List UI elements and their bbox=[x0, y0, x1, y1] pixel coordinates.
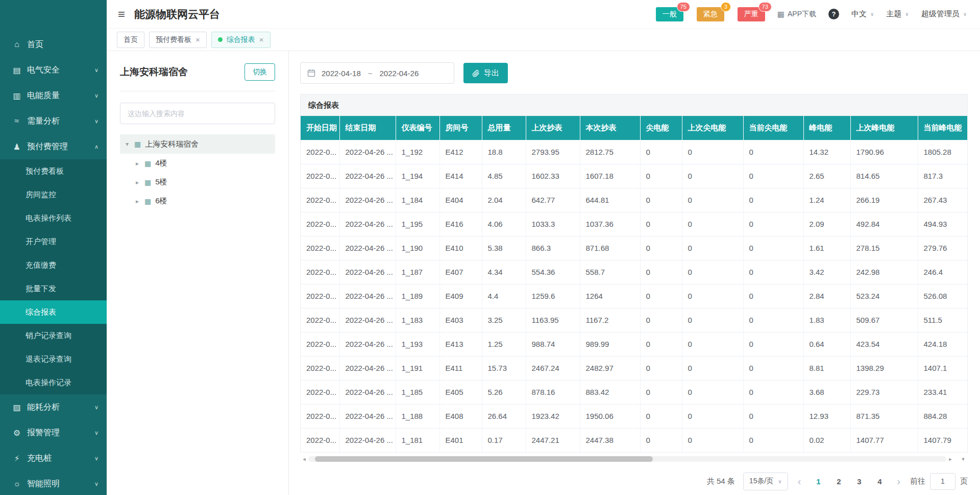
sidebar-item-power-quality[interactable]: ▥电能质量∨ bbox=[0, 83, 107, 108]
chevron-down-icon: ∨ bbox=[94, 404, 99, 411]
sidebar-subitem[interactable]: 开户管理 bbox=[0, 230, 107, 253]
report-section: 综合报表 开始日期结束日期仪表编号房间号总用量上次抄表本次抄表尖电能上次尖电能当… bbox=[300, 94, 968, 463]
scroll-down-icon[interactable]: ▼ bbox=[959, 457, 968, 462]
page-size-select[interactable]: 15条/页 ∨ bbox=[743, 473, 788, 490]
tree-root-node[interactable]: ▾ ▦ 上海安科瑞宿舍 bbox=[120, 134, 275, 154]
menu-toggle-icon[interactable]: ≡ bbox=[118, 8, 125, 20]
tab-prepaid-dashboard[interactable]: 预付费看板× bbox=[149, 32, 207, 48]
cell: 1_189 bbox=[396, 284, 439, 308]
cell: 5.38 bbox=[482, 236, 526, 260]
tree-node[interactable]: ▸▦5楼 bbox=[120, 173, 275, 192]
tree-search-input[interactable] bbox=[120, 103, 275, 124]
cell: 229.73 bbox=[850, 380, 918, 404]
help-icon[interactable]: ? bbox=[828, 9, 839, 19]
scroll-left-icon[interactable]: ◄ bbox=[300, 457, 308, 462]
cell: 2022-04-26 ... bbox=[339, 380, 396, 404]
theme-label: 主题 bbox=[886, 9, 901, 19]
sidebar-item-prepaid[interactable]: ♟预付费管理∧ bbox=[0, 134, 107, 159]
prepaid-icon: ♟ bbox=[10, 142, 23, 152]
page-1[interactable]: 1 bbox=[811, 477, 826, 486]
date-start[interactable]: 2022-04-18 bbox=[322, 69, 361, 78]
cell: 2.84 bbox=[803, 284, 850, 308]
building-icon: ▦ bbox=[144, 178, 151, 186]
cell: 12.93 bbox=[803, 404, 850, 428]
page-3[interactable]: 3 bbox=[851, 477, 867, 486]
table-row: 2022-0...2022-04-26 ...1_183E4033.251163… bbox=[301, 308, 967, 332]
sidebar-subitem[interactable]: 预付费看板 bbox=[0, 159, 107, 183]
cell: 26.64 bbox=[482, 404, 526, 428]
tab-comprehensive-report[interactable]: 综合报表× bbox=[211, 32, 271, 48]
export-button[interactable]: 导出 bbox=[463, 63, 508, 83]
energy-analysis-icon: ▨ bbox=[10, 403, 23, 412]
prev-page-button[interactable]: ‹ bbox=[796, 476, 803, 486]
sidebar-subitem[interactable]: 房间监控 bbox=[0, 183, 107, 206]
sidebar-subitem[interactable]: 电表操作记录 bbox=[0, 371, 107, 394]
alarm-badge-1[interactable]: 一般75 bbox=[656, 7, 683, 21]
sidebar-subitem[interactable]: 综合报表 bbox=[0, 300, 107, 324]
app-download-link[interactable]: ▦ APP下载 bbox=[777, 10, 816, 19]
sidebar-subitem[interactable]: 电表操作列表 bbox=[0, 206, 107, 230]
cell: 0 bbox=[682, 284, 743, 308]
home-icon: ⌂ bbox=[10, 40, 23, 49]
chevron-down-icon: ∨ bbox=[94, 67, 99, 74]
alarm-badge-2[interactable]: 紧急3 bbox=[697, 7, 724, 21]
goto-page-input[interactable] bbox=[930, 473, 955, 490]
close-icon[interactable]: × bbox=[259, 36, 264, 43]
sidebar-item-lighting[interactable]: ☼智能照明∨ bbox=[0, 471, 107, 495]
report-header-row: 开始日期结束日期仪表编号房间号总用量上次抄表本次抄表尖电能上次尖电能当前尖电能峰… bbox=[301, 116, 967, 140]
close-icon[interactable]: × bbox=[195, 36, 200, 43]
scrollbar-thumb[interactable] bbox=[315, 456, 653, 462]
cell: 1.61 bbox=[803, 236, 850, 260]
topbar-right: 一般75紧急3严重73 ▦ APP下载 ? 中文 ∨ 主题 ∨ 超级管理员 ∨ bbox=[656, 7, 967, 21]
language-dropdown[interactable]: 中文 ∨ bbox=[851, 9, 874, 19]
cell: 0 bbox=[682, 308, 743, 332]
cell: 1264 bbox=[580, 284, 640, 308]
cell: 5.26 bbox=[482, 380, 526, 404]
switch-button[interactable]: 切换 bbox=[244, 63, 275, 81]
cell: 817.3 bbox=[918, 164, 967, 188]
cell: E408 bbox=[439, 404, 482, 428]
column-header: 开始日期 bbox=[301, 116, 339, 140]
sidebar-subitem[interactable]: 批量下发 bbox=[0, 277, 107, 300]
theme-dropdown[interactable]: 主题 ∨ bbox=[886, 9, 909, 19]
sidebar-item-charging[interactable]: ⚡充电桩∨ bbox=[0, 445, 107, 471]
user-dropdown[interactable]: 超级管理员 ∨ bbox=[921, 9, 967, 19]
building-icon: ▦ bbox=[144, 197, 151, 205]
cell: 509.67 bbox=[850, 308, 918, 332]
cell: 0 bbox=[743, 428, 803, 452]
cell: 0 bbox=[640, 428, 682, 452]
sidebar-subitem[interactable]: 充值缴费 bbox=[0, 253, 107, 277]
cell: 1_184 bbox=[396, 188, 439, 212]
page-size-value: 15条/页 bbox=[749, 477, 773, 486]
sidebar-subitem[interactable]: 销户记录查询 bbox=[0, 324, 107, 347]
alarm-badge-3[interactable]: 严重73 bbox=[738, 7, 765, 21]
tab-home[interactable]: 首页 bbox=[117, 32, 144, 48]
sidebar-item-energy-analysis[interactable]: ▨能耗分析∨ bbox=[0, 394, 107, 420]
date-range-picker[interactable]: 2022-04-18 ~ 2022-04-26 bbox=[300, 62, 454, 84]
next-page-button[interactable]: › bbox=[895, 476, 902, 486]
tree-node[interactable]: ▸▦6楼 bbox=[120, 192, 275, 210]
date-end[interactable]: 2022-04-26 bbox=[380, 69, 419, 78]
page-4[interactable]: 4 bbox=[872, 477, 887, 486]
column-header: 峰电能 bbox=[803, 116, 850, 140]
scroll-right-icon[interactable]: ► bbox=[946, 457, 954, 462]
sidebar-item-label: 智能照明 bbox=[27, 479, 94, 489]
page-2[interactable]: 2 bbox=[831, 477, 846, 486]
column-header: 总用量 bbox=[482, 116, 526, 140]
cell: 2022-04-26 ... bbox=[339, 164, 396, 188]
paperclip-icon bbox=[472, 69, 480, 77]
sidebar-item-home[interactable]: ⌂首页 bbox=[0, 32, 107, 57]
sidebar-item-alarm[interactable]: ⚙报警管理∨ bbox=[0, 420, 107, 445]
cell: E412 bbox=[439, 140, 482, 164]
cell: 3.68 bbox=[803, 380, 850, 404]
cell: 0 bbox=[743, 236, 803, 260]
sidebar-item-demand-analysis[interactable]: ≈需量分析∨ bbox=[0, 108, 107, 134]
sidebar-subitem[interactable]: 退表记录查询 bbox=[0, 347, 107, 371]
cell: 0 bbox=[682, 140, 743, 164]
scrollbar-track[interactable] bbox=[308, 456, 946, 462]
sidebar-item-electrical-safety[interactable]: ▤电气安全∨ bbox=[0, 57, 107, 83]
tab-bar: 首页预付费看板×综合报表× bbox=[107, 29, 980, 51]
column-header: 上次峰电能 bbox=[850, 116, 918, 140]
cell: 878.16 bbox=[526, 380, 580, 404]
tree-node[interactable]: ▸▦4楼 bbox=[120, 154, 275, 173]
